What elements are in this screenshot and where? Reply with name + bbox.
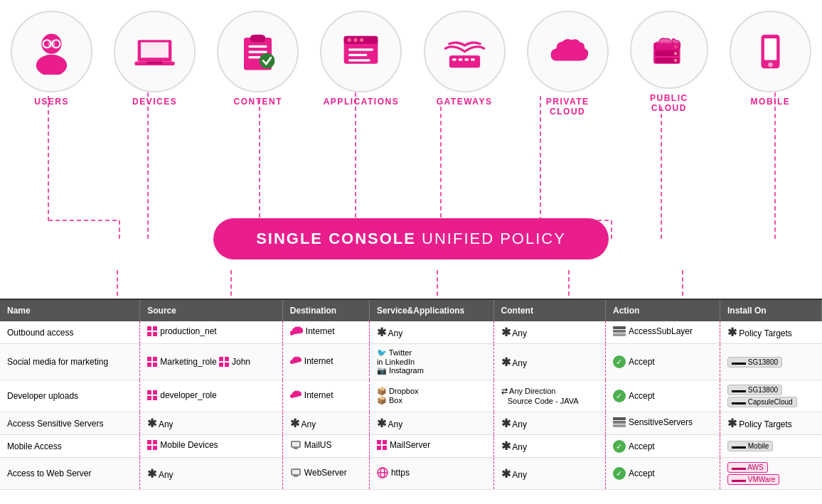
row-source: Mobile Devices — [140, 435, 283, 458]
svg-rect-68 — [294, 476, 298, 477]
row-name: Outbound access — [0, 321, 140, 344]
row-content: ✱ Any — [493, 344, 605, 380]
banner-wrapper: SINGLE CONSOLE UNIFIED POLICY — [0, 218, 822, 259]
row-source: Marketing_role John — [140, 344, 283, 380]
svg-point-56 — [768, 63, 773, 68]
table-row: Access Sensitive Servers ✱ Any ✱ Any ✱ A… — [0, 412, 822, 435]
table-row: Mobile Access Mobile Devices MailUS — [0, 435, 822, 458]
row-dest: Internet — [282, 321, 369, 344]
svg-rect-59 — [613, 333, 626, 336]
circle-mobile-label: MOBILE — [751, 97, 791, 107]
circle-users-label: USERS — [34, 97, 69, 107]
check-icon: ✓ — [613, 390, 626, 402]
server-badge: ▬▬ SG13800 — [727, 385, 782, 395]
row-name: Mobile Access — [0, 435, 140, 458]
svg-rect-57 — [613, 326, 626, 329]
check-icon: ✓ — [613, 440, 626, 453]
row-install: ✱ Policy Targets — [720, 412, 822, 435]
circle-content-label: CONTENT — [234, 97, 283, 107]
col-name: Name — [0, 300, 140, 321]
svg-rect-28 — [250, 35, 266, 43]
svg-rect-24 — [141, 43, 169, 58]
row-services: ✱ Any — [369, 412, 493, 435]
svg-rect-44 — [458, 58, 461, 60]
server-badge: ▬▬ CapsuleCloud — [727, 397, 797, 407]
circle-private-cloud: PRIVATECLOUD — [527, 11, 609, 117]
circle-applications: APPLICATIONS — [320, 11, 402, 107]
circle-mobile: MOBILE — [730, 11, 811, 107]
col-source: Source — [140, 300, 283, 321]
check-icon: ✓ — [613, 355, 626, 368]
row-dest: ✱ Any — [282, 412, 369, 435]
banner: SINGLE CONSOLE UNIFIED POLICY — [213, 218, 609, 259]
circle-devices: DEVICES — [114, 11, 196, 107]
svg-rect-46 — [471, 58, 474, 60]
svg-rect-39 — [349, 48, 374, 50]
main-container: USERS DEVICES — [0, 0, 822, 490]
cloud-icon — [290, 356, 301, 365]
row-name: Developer uploads — [0, 380, 140, 412]
row-source: ✱ Any — [140, 412, 283, 435]
check-icon: ✓ — [613, 467, 626, 480]
row-dest: Internet — [282, 344, 369, 380]
row-install: ▬▬ Mobile — [720, 435, 822, 458]
cloud-icon — [290, 390, 301, 400]
monitor-icon — [290, 440, 301, 450]
svg-rect-43 — [452, 58, 456, 60]
circle-devices-label: DEVICES — [132, 97, 177, 107]
circle-gateways: GATEWAYS — [424, 11, 506, 107]
svg-rect-30 — [249, 50, 267, 53]
col-destination: Destination — [282, 300, 369, 321]
row-install: ▬▬ SG13800 — [720, 344, 822, 380]
circles-container: USERS DEVICES — [0, 11, 822, 117]
row-action: ✓ Accept — [605, 344, 720, 380]
svg-rect-41 — [349, 59, 370, 61]
col-services: Service&Applications — [369, 300, 493, 321]
svg-point-18 — [36, 55, 67, 75]
grid-icon — [147, 326, 157, 336]
row-source: ✱ Any — [140, 458, 283, 490]
table-area: Name Source Destination Service&Applicat… — [0, 299, 822, 490]
grid-icon — [147, 357, 157, 367]
row-content: ✱ Any — [493, 435, 605, 458]
row-action: ✓ Accept — [605, 380, 720, 412]
svg-point-35 — [348, 38, 351, 42]
circle-gateways-label: GATEWAYS — [437, 97, 493, 107]
row-name: Access Sensitive Servers — [0, 412, 140, 435]
row-action: ✓ Accept — [605, 435, 720, 458]
diagram-area: USERS DEVICES — [0, 0, 822, 299]
server-badge-pink: ▬▬ VMWare — [727, 474, 779, 485]
col-install-on: Install On — [720, 300, 822, 321]
svg-rect-65 — [294, 448, 298, 449]
circle-content: CONTENT — [217, 11, 299, 107]
svg-point-36 — [354, 38, 358, 42]
policy-table: Name Source Destination Service&Applicat… — [0, 300, 822, 490]
circle-private-cloud-label: PRIVATECLOUD — [546, 97, 589, 117]
row-action: SensitiveServers — [605, 412, 720, 435]
row-source: production_net — [140, 321, 283, 344]
svg-point-32 — [260, 53, 275, 69]
circle-public-cloud-label: PUBLICCLOUD — [650, 93, 688, 113]
row-content: ⇄ Any Direction Source Code - JAVA — [493, 380, 605, 412]
row-services: MailServer — [369, 435, 493, 458]
row-content: ✱ Any — [493, 412, 605, 435]
svg-rect-45 — [464, 58, 468, 60]
row-services: 📦 Dropbox📦 Box — [369, 380, 493, 412]
grid-icon — [219, 357, 229, 367]
col-action: Action — [605, 300, 720, 321]
circle-applications-label: APPLICATIONS — [324, 97, 399, 107]
layers-icon — [613, 326, 626, 336]
svg-rect-29 — [249, 45, 267, 48]
banner-text: SINGLE CONSOLE UNIFIED POLICY — [256, 230, 566, 248]
table-row: Social media for marketing Marketing_rol… — [0, 344, 822, 380]
svg-rect-42 — [449, 55, 479, 68]
row-action: AccessSubLayer — [605, 321, 720, 344]
row-services: https — [369, 458, 493, 490]
table-row: Outbound access production_net Internet … — [0, 321, 822, 344]
row-content: ✱ Any — [493, 321, 605, 344]
svg-point-53 — [674, 58, 677, 61]
table-row: Access to Web Server ✱ Any WebServer — [0, 458, 822, 490]
svg-point-52 — [674, 52, 677, 55]
globe-icon — [377, 467, 388, 478]
row-source: developer_role — [140, 380, 283, 412]
